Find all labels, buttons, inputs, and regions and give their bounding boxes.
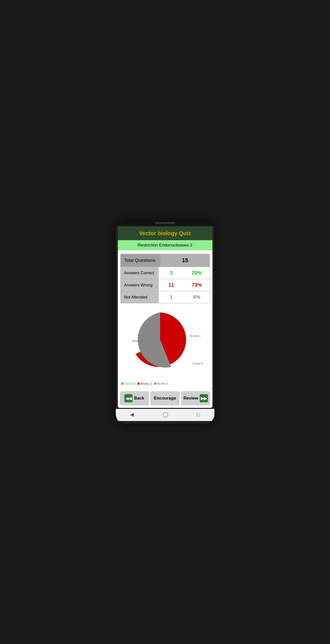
answers-wrong-row: Answers Wrong 11 73% [121,279,210,291]
app-title: Vector biology Quiz [120,230,210,237]
answers-wrong-value: 11 [159,279,184,291]
back-nav-icon[interactable]: ◀ [130,411,134,417]
back-icon: ◀◀ [124,394,133,402]
legend-correct-dot [121,383,123,385]
total-questions-row: Total Questions 15 [121,254,210,267]
review-icon: ▶▶ [200,394,208,402]
stats-table: Total Questions 15 Answers Correct 3 20%… [120,254,210,303]
review-label: Review [184,396,199,401]
legend-correct-label: Correct 3 [124,382,136,385]
not-attended-percent: 6% [184,291,210,303]
encourage-label: Encourage [154,396,176,401]
back-label: Back [134,396,144,401]
not-attended-label: Not Attended [121,291,159,303]
answers-correct-row: Answers Correct 3 20% [121,267,210,279]
legend-wrong-dot [138,383,140,385]
status-bar [116,220,214,226]
recent-nav-icon[interactable]: □ [197,412,200,417]
pie-chart-wrapper: Wrong 11 No Ans 1 Correct 3 [130,309,201,380]
back-button[interactable]: ◀◀ Back [120,391,149,405]
pie-wrong-label: Wrong 11 [132,340,143,342]
total-questions-value: 15 [161,254,209,267]
legend-wrong-label: Wrong 11 [140,382,152,385]
nav-bar: ◀ ◯ □ [116,409,214,421]
answers-correct-value: 3 [159,267,184,279]
legend-correct: Correct 3 [121,382,136,385]
pie-noans-label: No Ans 1 [190,335,201,337]
answers-correct-label: Answers Correct [121,267,159,279]
bottom-buttons: ◀◀ Back Encourage Review ▶▶ [118,389,212,408]
legend-container: Correct 3 Wrong 11 No Ans 1 [118,380,212,389]
not-attended-row: Not Attended 1 6% [121,291,210,303]
total-questions-label: Total Questions [121,254,161,267]
app-header: Vector biology Quiz [118,227,212,240]
legend-noans-dot [154,383,156,385]
answers-correct-percent: 20% [184,267,210,279]
answers-wrong-label: Answers Wrong [121,279,159,291]
notch [155,222,175,224]
legend-noans-label: No Ans 1 [157,382,168,385]
answers-wrong-percent: 73% [184,279,210,291]
quiz-subtitle: Restriction Endonucleases-2 [118,240,212,250]
legend-noans: No Ans 1 [154,382,168,385]
encourage-button[interactable]: Encourage [150,391,180,405]
home-nav-icon[interactable]: ◯ [163,411,168,417]
pie-correct-label: Correct 3 [192,362,203,365]
app-container: Vector biology Quiz Restriction Endonucl… [118,227,212,408]
legend-wrong: Wrong 11 [138,382,152,385]
phone-frame: Vector biology Quiz Restriction Endonucl… [116,220,214,424]
review-button[interactable]: Review ▶▶ [181,391,210,405]
chart-container: Wrong 11 No Ans 1 Correct 3 [118,307,212,380]
not-attended-value: 1 [159,291,184,303]
